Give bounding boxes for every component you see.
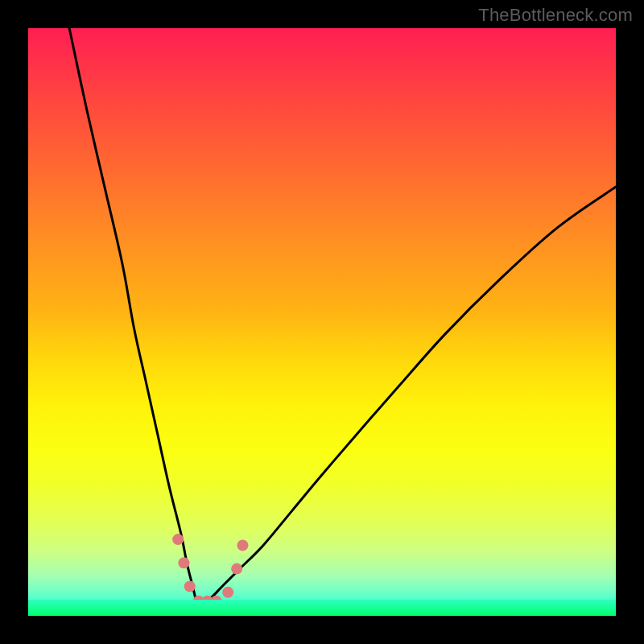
marker-point [222,587,233,598]
chart-container: TheBottleneck.com [0,0,644,644]
left-branch-curve [69,28,199,604]
marker-point [172,534,184,545]
watermark-text: TheBottleneck.com [478,5,633,26]
curve-paths [69,28,616,604]
marker-point [231,564,242,575]
marker-point [237,539,248,551]
marker-point [184,581,196,592]
right-branch-curve [199,187,616,604]
marker-point [178,557,189,568]
valley-band [28,600,616,616]
bottleneck-curve [28,28,616,616]
plot-area [28,28,616,616]
